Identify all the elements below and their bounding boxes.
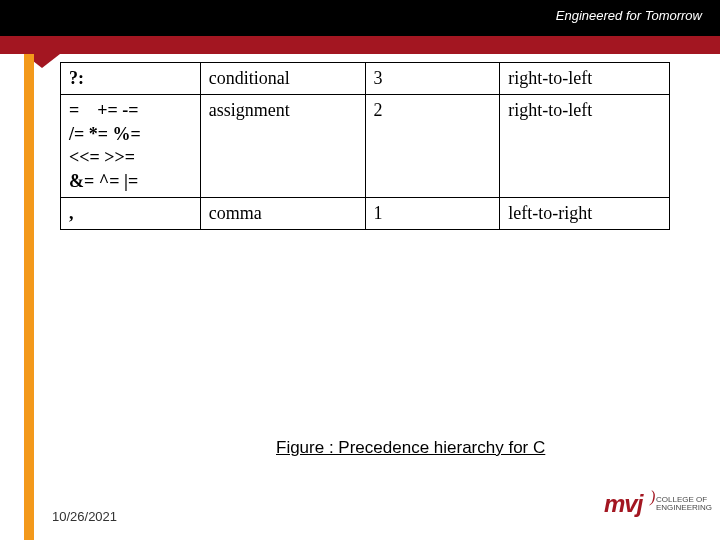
header-blackbar: Engineered for Tomorrow bbox=[0, 0, 720, 36]
cell-associativity: left-to-right bbox=[500, 197, 670, 229]
logo-sub-line: ENGINEERING bbox=[656, 504, 712, 512]
table-row: = += -= /= *= %= <<= >>= &= ^= |= assign… bbox=[61, 95, 670, 198]
op-line: &= ^= |= bbox=[69, 170, 192, 193]
cell-operator: ?: bbox=[61, 63, 201, 95]
cell-precedence: 1 bbox=[365, 197, 500, 229]
figure-caption: Figure : Precedence hierarchy for C bbox=[276, 438, 545, 458]
table-row: , comma 1 left-to-right bbox=[61, 197, 670, 229]
op-line: /= *= %= bbox=[69, 123, 192, 146]
header-tagline: Engineered for Tomorrow bbox=[556, 8, 702, 23]
slide: Engineered for Tomorrow ?: conditional 3… bbox=[0, 0, 720, 540]
cell-precedence: 2 bbox=[365, 95, 500, 198]
cell-precedence: 3 bbox=[365, 63, 500, 95]
table-row: ?: conditional 3 right-to-left bbox=[61, 63, 670, 95]
logo-arc-icon: ) bbox=[650, 488, 655, 506]
logo-subtext: COLLEGE OF ENGINEERING bbox=[656, 496, 712, 513]
header-redband bbox=[0, 36, 720, 54]
cell-name: conditional bbox=[200, 63, 365, 95]
cell-operator: = += -= /= *= %= <<= >>= &= ^= |= bbox=[61, 95, 201, 198]
op-line: <<= >>= bbox=[69, 146, 192, 169]
precedence-table: ?: conditional 3 right-to-left = += -= /… bbox=[60, 62, 670, 230]
cell-associativity: right-to-left bbox=[500, 63, 670, 95]
content-area: ?: conditional 3 right-to-left = += -= /… bbox=[56, 60, 700, 494]
footer-date: 10/26/2021 bbox=[52, 509, 117, 524]
left-orange-rail bbox=[24, 54, 34, 540]
cell-associativity: right-to-left bbox=[500, 95, 670, 198]
mvj-logo: mvj ) COLLEGE OF ENGINEERING bbox=[604, 490, 702, 530]
op-line: = += -= bbox=[69, 99, 192, 122]
cell-name: comma bbox=[200, 197, 365, 229]
logo-main-text: mvj bbox=[604, 490, 642, 518]
cell-name: assignment bbox=[200, 95, 365, 198]
cell-operator: , bbox=[61, 197, 201, 229]
